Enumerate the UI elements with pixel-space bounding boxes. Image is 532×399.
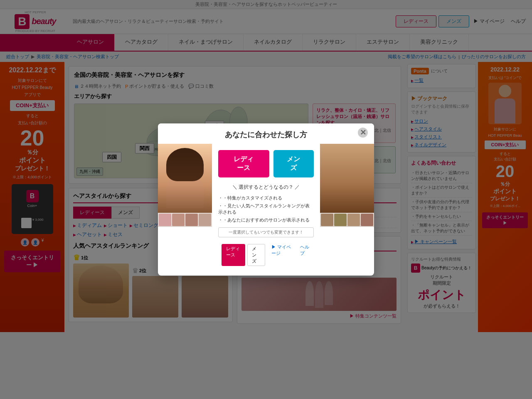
modal-woman-image: [158, 144, 212, 227]
modal-header: あなたに合わせた探し方 ✕: [158, 123, 374, 144]
modal-title: あなたに合わせた探し方: [166, 130, 366, 140]
modal-footer-mypage[interactable]: ▶ マイページ: [271, 244, 293, 266]
modal-footer-mens[interactable]: メンズ: [247, 244, 265, 266]
modal-center: レディース メンズ ＼ 選択するとどうなるの？ ／ ・特集がカスタマイズされる …: [212, 144, 320, 276]
modal-man-image: [320, 144, 374, 227]
modal-benefit-3: ・あなたにおすすめのサロンが表示される: [218, 216, 314, 224]
modal-overlay[interactable]: あなたに合わせた探し方 ✕: [0, 0, 532, 332]
modal-change-note: 一度選択してもいつでも変更できます！: [218, 227, 314, 237]
modal-footer: レディース メンズ ▶ マイページ ヘルプ: [218, 241, 314, 269]
modal: あなたに合わせた探し方 ✕: [158, 123, 374, 276]
modal-benefits-title: ＼ 選択するとどうなるの？ ／: [218, 184, 314, 191]
modal-close-button[interactable]: ✕: [358, 128, 368, 138]
modal-ladies-button[interactable]: レディース: [218, 150, 269, 177]
modal-footer-ladies[interactable]: レディース: [222, 244, 245, 266]
modal-body: レディース メンズ ＼ 選択するとどうなるの？ ／ ・特集がカスタマイズされる …: [158, 144, 374, 276]
modal-footer-help[interactable]: ヘルプ: [300, 244, 310, 266]
modal-gender-buttons: レディース メンズ: [218, 150, 314, 177]
modal-benefit-2: ・見たい人気ヘアスタイルランキングが表示される: [218, 202, 314, 216]
modal-benefit-1: ・特集がカスタマイズされる: [218, 194, 314, 202]
modal-mens-button[interactable]: メンズ: [273, 150, 314, 177]
